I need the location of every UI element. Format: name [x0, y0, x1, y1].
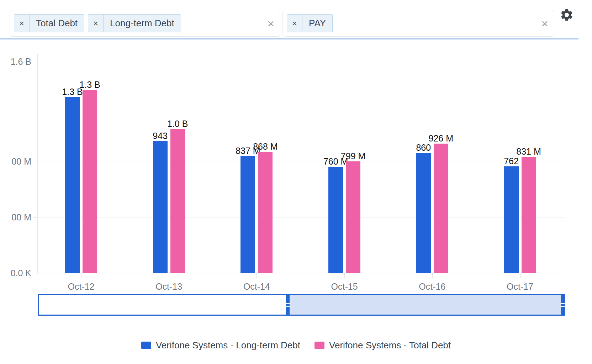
handle-grip-icon: [561, 303, 565, 307]
x-axis-label: Oct-13: [155, 282, 182, 292]
x-axis-label: Oct-14: [243, 282, 270, 292]
bar-long-term-debt-oct-13[interactable]: [153, 141, 168, 273]
range-navigator[interactable]: [38, 294, 565, 316]
handle-grip-icon: [286, 303, 290, 307]
page: ×Total Debt×Long-term Debt × ×PAY × 1.6 …: [0, 0, 592, 364]
navigator-right-handle[interactable]: [561, 294, 565, 316]
bar-total-debt-oct-13[interactable]: [170, 129, 185, 273]
bar-total-debt-oct-17[interactable]: [522, 157, 536, 273]
bar-value-label-long-term-debt-oct-13: 943: [153, 131, 168, 141]
gridline-800m: [37, 161, 564, 161]
y-axis-tick: [33, 161, 37, 161]
x-axis-tick: [520, 273, 520, 278]
x-axis-tick: [432, 273, 433, 278]
bar-total-debt-oct-14[interactable]: [258, 152, 273, 273]
bar-value-label-total-debt-oct-13: 1.0 B: [167, 119, 188, 129]
navigator-selected-range[interactable]: [290, 295, 562, 315]
bar-long-term-debt-oct-12[interactable]: [65, 97, 80, 273]
x-axis-label: Oct-16: [419, 282, 445, 292]
y-axis-label: 1.6 B: [0, 57, 31, 67]
legend-swatch: [314, 342, 324, 349]
x-axis-tick: [257, 273, 257, 278]
x-axis-tick: [81, 273, 81, 278]
x-axis-label: Oct-17: [507, 282, 533, 292]
bar-total-debt-oct-16[interactable]: [434, 144, 448, 273]
bar-total-debt-oct-12[interactable]: [83, 90, 97, 273]
bar-long-term-debt-oct-16[interactable]: [416, 153, 431, 273]
bar-long-term-debt-oct-15[interactable]: [328, 167, 343, 273]
legend-label: Verifone Systems - Total Debt: [329, 340, 451, 351]
x-axis-line: [37, 273, 564, 273]
navigator-left-handle[interactable]: [286, 294, 290, 316]
gridline-400m: [37, 217, 564, 218]
y-axis-label: 0.0 K: [0, 268, 31, 278]
legend-swatch: [141, 342, 151, 349]
bar-value-label-total-debt-oct-12: 1.3 B: [79, 80, 100, 90]
y-axis-label: 00 M: [0, 212, 31, 223]
x-axis-tick: [169, 273, 169, 278]
bar-long-term-debt-oct-17[interactable]: [504, 166, 519, 273]
bar-value-label-long-term-debt-oct-17: 762: [504, 156, 519, 166]
x-axis-label: Oct-12: [68, 282, 94, 292]
y-axis-tick: [33, 217, 37, 218]
bar-value-label-total-debt-oct-14: 868 M: [253, 141, 278, 151]
bar-value-label-long-term-debt-oct-16: 860: [416, 143, 431, 152]
chart-legend: Verifone Systems - Long-term DebtVerifon…: [0, 340, 592, 351]
bar-value-label-total-debt-oct-17: 831 M: [516, 146, 541, 156]
bar-value-label-total-debt-oct-16: 926 M: [429, 133, 453, 143]
bar-total-debt-oct-15[interactable]: [346, 161, 360, 273]
legend-item-verifone-systems-long-term-debt[interactable]: Verifone Systems - Long-term Debt: [141, 340, 300, 351]
plot-top-line: [37, 54, 564, 54]
x-axis-tick: [344, 273, 345, 278]
y-axis-label: 00 M: [0, 156, 31, 167]
y-axis-line: [37, 54, 38, 273]
legend-item-verifone-systems-total-debt[interactable]: Verifone Systems - Total Debt: [314, 340, 451, 351]
legend-label: Verifone Systems - Long-term Debt: [156, 340, 300, 351]
bar-value-label-total-debt-oct-15: 799 M: [341, 151, 365, 161]
x-axis-label: Oct-15: [331, 282, 358, 292]
bar-long-term-debt-oct-14[interactable]: [240, 156, 255, 273]
